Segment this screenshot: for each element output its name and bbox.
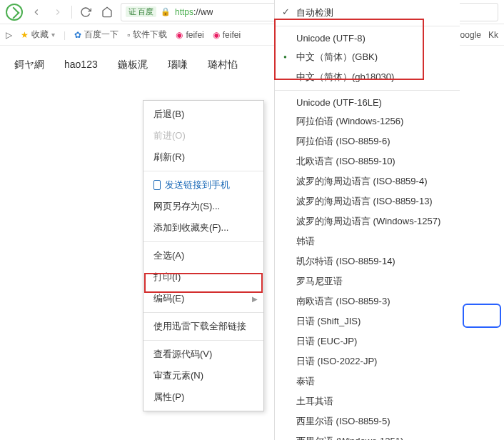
encoding-menu-item[interactable]: 自动检测 bbox=[275, 3, 460, 23]
context-menu-item[interactable]: 查看源代码(V) bbox=[143, 344, 263, 365]
menu-item-label: 审查元素(N) bbox=[153, 369, 203, 382]
encoding-menu-item[interactable]: 阿拉伯语 (Windows-1256) bbox=[275, 111, 460, 131]
reload-button[interactable] bbox=[78, 4, 94, 20]
bookmark-item[interactable]: oogle bbox=[460, 30, 481, 40]
home-button[interactable] bbox=[99, 4, 115, 20]
forward-button[interactable] bbox=[50, 4, 66, 20]
encoding-menu-item[interactable]: 波罗的海周边语言 (ISO-8859-13) bbox=[275, 191, 460, 211]
encoding-menu-item[interactable]: Unicode (UTF-16LE) bbox=[275, 94, 460, 111]
page-tab[interactable]: 鍦板浘 bbox=[118, 59, 148, 71]
submenu-arrow-icon: ▶ bbox=[252, 295, 258, 303]
context-menu-item[interactable]: 发送链接到手机 bbox=[143, 174, 263, 196]
back-button[interactable] bbox=[29, 4, 44, 20]
menu-item-label: 后退(B) bbox=[153, 108, 184, 121]
menu-item-label: 刷新(R) bbox=[153, 151, 185, 164]
context-menu-item[interactable]: 全选(A) bbox=[143, 245, 263, 266]
menu-item-label: 打印(I) bbox=[153, 271, 181, 284]
bookmark-item[interactable]: Kk bbox=[488, 30, 498, 40]
context-menu-item: 前进(O) bbox=[143, 125, 263, 146]
feifei-icon: ◉ bbox=[213, 30, 220, 40]
menu-item-label: 前进(O) bbox=[153, 129, 186, 142]
encoding-menu-item[interactable]: 罗马尼亚语 bbox=[275, 271, 460, 291]
encoding-menu-item[interactable]: 韩语 bbox=[275, 231, 460, 251]
menu-item-label: 使用迅雷下载全部链接 bbox=[153, 320, 246, 333]
phone-icon bbox=[153, 180, 161, 190]
bookmark-item[interactable]: ◉feifei bbox=[176, 30, 203, 40]
bookmarks-toggle-icon[interactable]: ▷ bbox=[6, 30, 12, 40]
menu-item-label: 全选(A) bbox=[153, 249, 184, 262]
context-menu-item[interactable]: 使用迅雷下载全部链接 bbox=[143, 316, 263, 337]
page-tab[interactable]: hao123 bbox=[64, 59, 98, 71]
bookmark-item[interactable]: ▫软件下载 bbox=[127, 29, 167, 41]
chevron-down-icon: ▾ bbox=[51, 31, 55, 39]
encoding-menu-item[interactable]: 阿拉伯语 (ISO-8859-6) bbox=[275, 131, 460, 151]
menu-item-label: 添加到收藏夹(F)... bbox=[153, 221, 228, 234]
encoding-menu-item[interactable]: Unicode (UTF-8) bbox=[275, 29, 460, 47]
favorites-label: 收藏 bbox=[31, 29, 49, 41]
browser-logo-icon bbox=[6, 4, 23, 21]
bookmark-item[interactable]: ✿百度一下 bbox=[74, 29, 119, 41]
star-icon: ★ bbox=[21, 30, 29, 40]
url-text: https://ww bbox=[175, 7, 213, 17]
encoding-menu-item[interactable]: 泰语 bbox=[275, 371, 460, 391]
page-tab[interactable]: 鎶ヤ綗 bbox=[14, 59, 44, 71]
encoding-menu-item[interactable]: 土耳其语 bbox=[275, 391, 460, 411]
site-badge: 证 百度 bbox=[126, 6, 156, 17]
encoding-menu-item[interactable]: 日语 (Shift_JIS) bbox=[275, 311, 460, 331]
site-badge-label: 百度 bbox=[138, 6, 153, 17]
menu-item-label: 属性(P) bbox=[153, 391, 184, 404]
encoding-menu-item[interactable]: 北欧语言 (ISO-8859-10) bbox=[275, 151, 460, 171]
feifei-icon: ◉ bbox=[176, 30, 183, 40]
lock-icon: 🔒 bbox=[161, 7, 171, 16]
menu-item-label: 网页另存为(S)... bbox=[153, 200, 220, 213]
menu-item-label: 查看源代码(V) bbox=[153, 348, 212, 361]
page-tab[interactable]: 瑙嗛 bbox=[168, 59, 188, 71]
context-menu-item[interactable]: 打印(I) bbox=[143, 266, 263, 288]
favorites-button[interactable]: ★收藏▾ bbox=[21, 29, 55, 41]
context-menu: 后退(B)前进(O)刷新(R)发送链接到手机网页另存为(S)...添加到收藏夹(… bbox=[143, 100, 264, 411]
encoding-menu-item[interactable]: 日语 (ISO-2022-JP) bbox=[275, 351, 460, 371]
encoding-submenu: 自动检测Unicode (UTF-8)中文（简体）(GBK)中文（简体）(gb1… bbox=[274, 0, 460, 440]
bookmark-item[interactable]: ◉feifei bbox=[213, 30, 241, 40]
encoding-menu-item[interactable]: 波罗的海周边语言 (ISO-8859-4) bbox=[275, 171, 460, 191]
context-menu-item[interactable]: 刷新(R) bbox=[143, 146, 263, 168]
context-menu-item[interactable]: 属性(P) bbox=[143, 386, 263, 408]
menu-item-label: 编码(E) bbox=[153, 292, 184, 305]
encoding-menu-item[interactable]: 波罗的海周边语言 (Windows-1257) bbox=[275, 211, 460, 231]
context-menu-item[interactable]: 编码(E)▶ bbox=[143, 288, 263, 309]
baidu-icon: ✿ bbox=[74, 30, 81, 40]
encoding-menu-item[interactable]: 中文（简体）(GBK) bbox=[275, 47, 460, 67]
cert-icon: 证 bbox=[128, 6, 136, 17]
encoding-menu-item[interactable]: 日语 (EUC-JP) bbox=[275, 331, 460, 351]
context-menu-item[interactable]: 添加到收藏夹(F)... bbox=[143, 217, 263, 239]
context-menu-item[interactable]: 网页另存为(S)... bbox=[143, 196, 263, 217]
encoding-menu-item[interactable]: 中文（简体）(gb18030) bbox=[275, 67, 460, 87]
encoding-menu-item[interactable]: 西里尔语 (ISO-8859-5) bbox=[275, 411, 460, 431]
encoding-menu-item[interactable]: 西里尔语 (Windows-1251) bbox=[275, 431, 460, 440]
context-menu-item[interactable]: 后退(B) bbox=[143, 104, 263, 125]
page-icon: ▫ bbox=[127, 30, 130, 40]
highlight-box-blue bbox=[463, 304, 501, 328]
encoding-menu-item[interactable]: 南欧语言 (ISO-8859-3) bbox=[275, 291, 460, 311]
page-tab[interactable]: 璐村惂 bbox=[208, 59, 238, 71]
context-menu-item[interactable]: 审查元素(N) bbox=[143, 365, 263, 386]
encoding-menu-item[interactable]: 凯尔特语 (ISO-8859-14) bbox=[275, 251, 460, 271]
menu-item-label: 发送链接到手机 bbox=[165, 179, 230, 191]
